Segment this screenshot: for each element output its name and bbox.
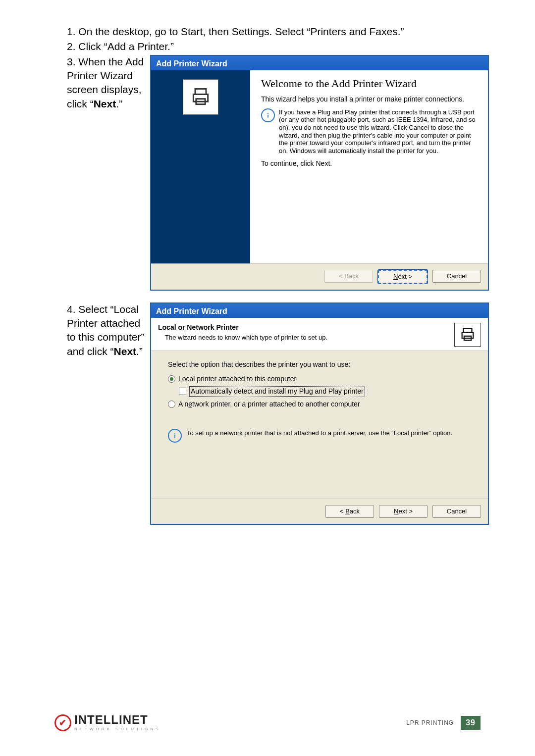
radio-network-printer[interactable] <box>168 401 175 408</box>
wizard-side-panel <box>151 70 250 263</box>
info-icon <box>261 108 275 122</box>
printer-icon <box>183 79 218 115</box>
svg-rect-5 <box>464 328 472 333</box>
next-button[interactable]: Next > <box>378 270 428 284</box>
checkbox-autodetect[interactable] <box>179 388 186 395</box>
wizard-continue: To continue, click Next. <box>261 159 477 168</box>
radio-local-label[interactable]: Local printer attached to this computer <box>178 374 296 384</box>
brand-name: INTELLINET <box>74 714 160 726</box>
wizard2-prompt: Select the option that describes the pri… <box>168 360 471 369</box>
wizard2-titlebar: Add Printer Wizard <box>151 303 488 318</box>
step-4: 4. Select “Local Printer attached to thi… <box>67 302 150 358</box>
page-number: 39 <box>461 716 481 730</box>
printer-icon <box>454 323 481 347</box>
step-2: 2. Click “Add a Printer.” <box>67 40 495 53</box>
wizard-intro: This wizard helps you install a printer … <box>261 95 477 103</box>
wizard2-header-title: Local or Network Printer <box>158 323 454 332</box>
cancel-button[interactable]: Cancel <box>432 505 481 518</box>
cancel-button[interactable]: Cancel <box>432 270 481 283</box>
radio-local-printer[interactable] <box>168 375 175 383</box>
wizard-local-network: Add Printer Wizard Local or Network Prin… <box>150 302 489 525</box>
svg-rect-4 <box>268 115 268 118</box>
wizard-titlebar: Add Printer Wizard <box>151 56 488 70</box>
svg-point-8 <box>174 434 175 435</box>
wizard-welcome: Add Printer Wizard Welcome to the Add Pr… <box>150 55 489 291</box>
wizard2-header-subtitle: The wizard needs to know which type of p… <box>165 333 454 342</box>
radio-network-label[interactable]: A network printer, or a printer attached… <box>178 400 360 409</box>
checkmark-icon: ✔ <box>54 714 71 731</box>
wizard-info-text: If you have a Plug and Play printer that… <box>279 108 477 155</box>
wizard2-info-text: To set up a network printer that is not … <box>187 429 452 438</box>
brand-logo: ✔ INTELLINET NETWORK SOLUTIONS <box>54 714 160 731</box>
page-footer: ✔ INTELLINET NETWORK SOLUTIONS LPR PRINT… <box>54 714 481 731</box>
step-1: 1. On the desktop, go to Start, then Set… <box>67 25 495 39</box>
wizard-content: Welcome to the Add Printer Wizard This w… <box>250 70 488 263</box>
step-3: 3. When the Add Printer Wizard screen di… <box>67 55 150 111</box>
back-button: < Back <box>324 270 373 283</box>
next-button[interactable]: Next > <box>379 505 428 518</box>
svg-point-3 <box>268 113 268 114</box>
info-icon <box>168 429 182 443</box>
back-button[interactable]: < Back <box>325 505 374 518</box>
checkbox-autodetect-label[interactable]: Automatically detect and install my Plug… <box>189 386 365 397</box>
brand-sub: NETWORK SOLUTIONS <box>74 727 160 731</box>
svg-rect-0 <box>195 89 206 94</box>
svg-rect-9 <box>174 435 175 438</box>
footer-section: LPR PRINTING <box>406 719 454 726</box>
wizard-heading: Welcome to the Add Printer Wizard <box>261 77 477 90</box>
